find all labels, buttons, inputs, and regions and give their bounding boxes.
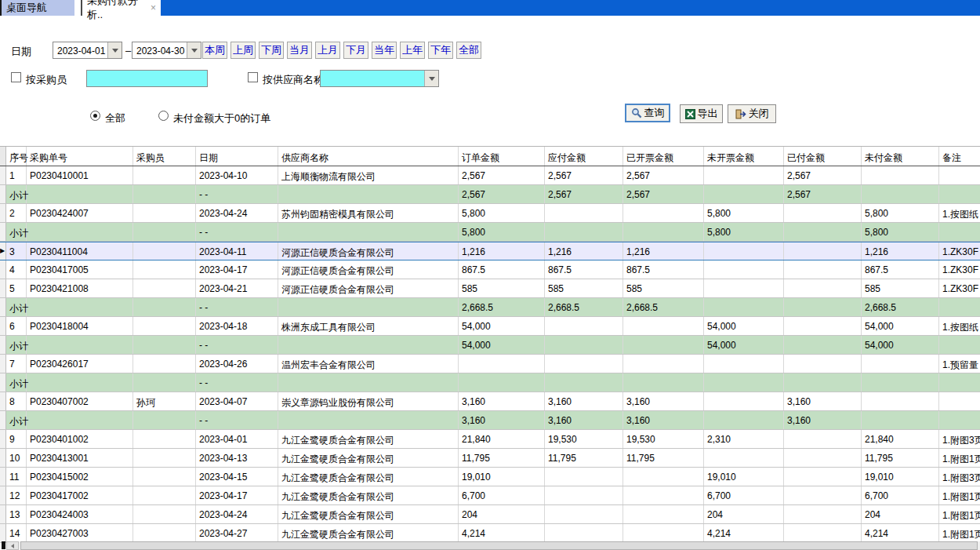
table-cell: 2023-04-15 xyxy=(196,468,278,486)
subtotal-row[interactable]: 小计- -2,5672,5672,5672,567 xyxy=(0,185,980,204)
period-button-全部[interactable]: 全部 xyxy=(456,42,481,59)
table-row[interactable]: 4P02304170052023-04-17河源正信硬质合金有限公司867.58… xyxy=(0,260,980,279)
table-cell xyxy=(133,468,196,486)
table-row[interactable]: 5P02304210082023-04-21河源正信硬质合金有限公司585585… xyxy=(0,279,980,298)
chevron-down-icon xyxy=(191,49,198,53)
buyer-input[interactable] xyxy=(86,70,208,87)
horizontal-scrollbar[interactable] xyxy=(6,541,980,550)
table-row[interactable]: 2P02304240072023-04-24苏州钧固精密模具有限公司5,8005… xyxy=(0,204,980,223)
by-buyer-checkbox[interactable] xyxy=(11,72,21,82)
period-button-下年[interactable]: 下年 xyxy=(428,42,453,59)
table-cell: 2,567 xyxy=(545,185,623,203)
table-row[interactable]: 13P02304240032023-04-24九江金鹭硬质合金有限公司20420… xyxy=(0,505,980,524)
table-cell: 小计 xyxy=(6,185,27,203)
table-cell: P0230421008 xyxy=(27,279,133,297)
export-button[interactable]: 导出 xyxy=(680,104,723,123)
table-row[interactable]: 10P02304130012023-04-13九江金鹭硬质合金有限公司11,79… xyxy=(0,449,980,468)
column-header[interactable]: 已付金额 xyxy=(784,147,862,166)
column-header[interactable]: 已开票金额 xyxy=(623,147,704,166)
table-row[interactable]: 14P02304270032023-04-27九江金鹭硬质合金有限公司4,214… xyxy=(0,524,980,543)
table-header-row: 序号采购单号采购员日期供应商名称订单金额应付金额已开票金额未开票金额已付金额未付… xyxy=(0,146,980,166)
period-button-下周[interactable]: 下周 xyxy=(259,42,284,59)
period-button-上周[interactable]: 上周 xyxy=(230,42,256,59)
date-to-dropdown-button[interactable] xyxy=(187,42,201,58)
table-cell: 1,216 xyxy=(623,242,704,260)
row-indicator-cell xyxy=(0,392,6,410)
table-row[interactable]: ▶3P02304110042023-04-11河源正信硬质合金有限公司1,216… xyxy=(0,242,980,260)
column-header[interactable]: 供应商名称 xyxy=(278,147,459,166)
table-cell xyxy=(939,392,980,410)
row-indicator-cell xyxy=(0,411,6,429)
supplier-dropdown-button[interactable] xyxy=(424,71,438,86)
radio-unpaid-orders[interactable] xyxy=(158,111,169,121)
table-cell: 19,530 xyxy=(545,430,623,448)
scrollbar-thumb[interactable] xyxy=(20,541,978,550)
period-button-上年[interactable]: 上年 xyxy=(400,42,425,59)
subtotal-row[interactable]: 小计- -2,668.52,668.52,668.52,668.5 xyxy=(0,298,980,317)
table-cell: 3,160 xyxy=(545,411,623,429)
subtotal-row[interactable]: 小计- -54,00054,00054,000 xyxy=(0,336,980,355)
table-cell xyxy=(784,373,862,392)
column-header[interactable]: 应付金额 xyxy=(545,147,623,166)
table-cell: 5,800 xyxy=(459,223,545,241)
period-button-当月[interactable]: 当月 xyxy=(287,42,312,59)
table-cell: 1.附图1页 xyxy=(939,449,980,467)
subtotal-row[interactable]: 小计- -5,8005,8005,800 xyxy=(0,223,980,242)
table-cell xyxy=(133,524,196,542)
table-row[interactable]: 1P02304100012023-04-10上海顺衡物流有限公司2,5672,5… xyxy=(0,166,980,185)
date-to-combobox[interactable]: 2023-04-30 xyxy=(132,42,201,59)
table-cell: 1.附图3页 xyxy=(939,430,980,448)
column-header[interactable]: 序号 xyxy=(6,147,27,166)
table-cell: 12 xyxy=(6,486,27,504)
column-header[interactable]: 未付金额 xyxy=(862,147,939,166)
close-button[interactable]: 关闭 xyxy=(728,104,776,123)
tab-desktop-navigation[interactable]: 桌面导航 xyxy=(0,0,74,16)
by-supplier-checkbox[interactable] xyxy=(248,72,258,82)
column-header[interactable]: 采购单号 xyxy=(27,147,133,166)
period-button-下月[interactable]: 下月 xyxy=(343,42,368,59)
table-row[interactable]: 8P0230407002孙珂2023-04-07崇义章源钨业股份有限公司3,16… xyxy=(0,392,980,411)
table-cell xyxy=(133,279,196,297)
excel-icon xyxy=(685,109,695,119)
date-from-combobox[interactable]: 2023-04-01 xyxy=(53,42,122,59)
column-header[interactable]: 日期 xyxy=(196,147,278,166)
subtotal-row[interactable]: 小计- -3,1603,1603,1603,160 xyxy=(0,411,980,430)
table-cell xyxy=(623,486,704,504)
table-cell: 崇义章源钨业股份有限公司 xyxy=(278,392,459,410)
column-header[interactable]: 订单金额 xyxy=(459,147,545,166)
table-row[interactable]: 7P02304260172023-04-26温州宏丰合金有限公司1.预留量 xyxy=(0,355,980,373)
period-button-当年[interactable]: 当年 xyxy=(372,42,397,59)
subtotal-row[interactable]: 小计- - xyxy=(0,373,980,392)
table-row[interactable]: 6P02304180042023-04-18株洲东成工具有限公司54,00054… xyxy=(0,317,980,336)
date-from-dropdown-button[interactable] xyxy=(107,42,122,58)
table-cell: 1 xyxy=(6,166,27,184)
table-cell: 5,800 xyxy=(862,204,939,222)
table-row[interactable]: 11P02304150022023-04-15九江金鹭硬质合金有限公司19,01… xyxy=(0,468,980,486)
table-cell xyxy=(862,373,939,392)
table-cell: 1.ZK30F xyxy=(939,279,980,297)
table-cell: 54,000 xyxy=(459,317,545,335)
table-cell: 3,160 xyxy=(545,392,623,410)
column-header[interactable]: 备注 xyxy=(939,147,980,166)
period-button-上月[interactable]: 上月 xyxy=(315,42,340,59)
tab-purchase-payment-analysis[interactable]: 采购付款分析.. × xyxy=(81,0,161,16)
table-cell: 11,795 xyxy=(545,449,623,467)
column-header[interactable]: 未开票金额 xyxy=(704,147,784,166)
table-cell: P0230424007 xyxy=(27,204,133,222)
supplier-combobox[interactable] xyxy=(320,70,439,87)
tab-bar-filler xyxy=(161,0,980,16)
radio-all[interactable] xyxy=(90,111,100,121)
period-button-本周[interactable]: 本周 xyxy=(202,42,227,59)
tab-close-icon[interactable]: × xyxy=(151,2,156,13)
table-row[interactable]: 9P02304010022023-04-01九江金鹭硬质合金有限公司21,840… xyxy=(0,430,980,449)
table-cell: 小计 xyxy=(6,223,27,241)
column-header[interactable]: 采购员 xyxy=(133,147,196,166)
table-row[interactable]: 12P02304170022023-04-17九江金鹭硬质合金有限公司6,700… xyxy=(0,486,980,505)
chevron-down-icon xyxy=(429,77,435,81)
query-button[interactable]: 查询 xyxy=(625,104,670,122)
corner-block xyxy=(2,541,5,549)
table-cell xyxy=(704,392,784,410)
table-cell xyxy=(27,298,133,316)
scroll-left-button[interactable] xyxy=(6,541,19,550)
row-indicator-cell xyxy=(0,373,6,392)
